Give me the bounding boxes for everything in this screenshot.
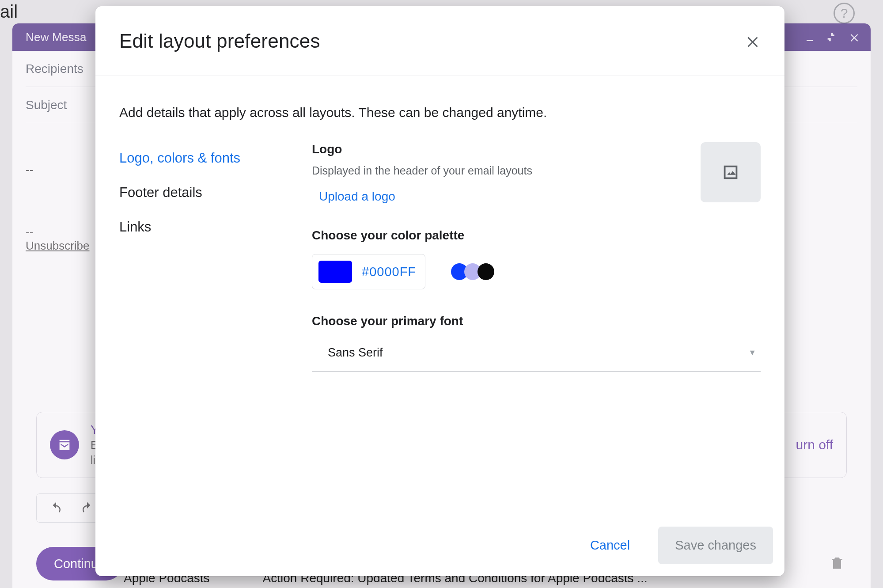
font-select-value: Sans Serif [328, 346, 383, 360]
logo-section-subtitle: Displayed in the header of your email la… [312, 164, 532, 177]
minimize-icon [804, 32, 815, 42]
help-icon: ? [834, 3, 855, 24]
close-button[interactable] [742, 30, 763, 52]
dialog-subheading: Add details that apply across all layout… [119, 105, 761, 120]
compose-title: New Messa [26, 30, 87, 44]
color-hex-input[interactable]: #0000FF [312, 254, 425, 289]
close-icon [745, 33, 761, 49]
nav-item-links[interactable]: Links [119, 211, 292, 246]
nav-item-footer-details[interactable]: Footer details [119, 177, 292, 211]
palette-preview [451, 263, 494, 280]
dialog-header: Edit layout preferences [95, 6, 784, 76]
save-changes-button[interactable]: Save changes [658, 527, 773, 564]
chevron-down-icon: ▼ [748, 348, 756, 357]
undo-icon [49, 501, 63, 515]
edit-layout-preferences-dialog: Edit layout preferences Add details that… [95, 6, 784, 576]
palette-dot [478, 263, 494, 280]
turn-off-link: urn off [796, 437, 833, 452]
dialog-body: Add details that apply across all layout… [95, 76, 784, 514]
close-icon [849, 31, 860, 43]
font-section: Choose your primary font Sans Serif ▼ [312, 314, 761, 372]
cancel-button[interactable]: Cancel [577, 529, 643, 561]
compose-window-controls [804, 31, 860, 43]
upload-logo-link[interactable]: Upload a logo [312, 190, 532, 204]
logo-placeholder[interactable] [701, 142, 761, 202]
image-placeholder-icon [720, 162, 741, 182]
svg-rect-0 [807, 40, 813, 41]
preferences-content: Logo Displayed in the header of your ema… [294, 142, 761, 514]
exit-fullscreen-icon [826, 31, 838, 43]
preferences-nav: Logo, colors & fonts Footer details Link… [119, 142, 294, 514]
nav-item-logo-colors-fonts[interactable]: Logo, colors & fonts [119, 142, 292, 177]
bg-app-brand-fragment: ail [0, 2, 18, 22]
dialog-footer: Cancel Save changes [95, 514, 784, 576]
font-select[interactable]: Sans Serif ▼ [312, 336, 761, 372]
redo-icon [80, 501, 94, 515]
multisend-icon [50, 430, 79, 459]
color-palette-title: Choose your color palette [312, 228, 761, 243]
logo-section: Logo Displayed in the header of your ema… [312, 142, 761, 204]
color-palette-section: Choose your color palette #0000FF [312, 228, 761, 289]
dialog-title: Edit layout preferences [119, 30, 320, 52]
color-swatch [318, 261, 352, 283]
font-section-title: Choose your primary font [312, 314, 761, 328]
color-hex-value: #0000FF [362, 265, 416, 279]
logo-section-title: Logo [312, 142, 532, 156]
